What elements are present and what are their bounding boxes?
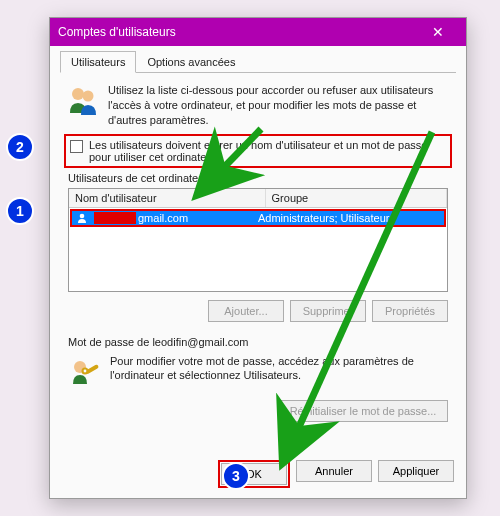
key-icon <box>68 354 102 390</box>
svg-point-1 <box>83 91 94 102</box>
user-name-suffix: gmail.com <box>138 212 188 224</box>
cancel-button[interactable]: Annuler <box>296 460 372 482</box>
dialog-buttons: OK Annuler Appliquer <box>218 460 454 488</box>
svg-point-2 <box>80 213 85 218</box>
user-row-group: Administrateurs; Utilisateurs <box>258 212 395 224</box>
tab-users[interactable]: Utilisateurs <box>60 51 136 73</box>
password-section-title: Mot de passe de leodifin@gmail.com <box>68 336 448 348</box>
close-button[interactable]: ✕ <box>418 21 458 43</box>
client-area: Utilisateurs Options avancées Utilisez l… <box>50 50 466 432</box>
password-section: Mot de passe de leodifin@gmail.com Pour … <box>68 336 448 390</box>
remove-user-button[interactable]: Supprimer <box>290 300 366 322</box>
user-row[interactable]: xxxxxxxx gmail.com Administrateurs; Util… <box>70 209 446 227</box>
user-properties-button[interactable]: Propriétés <box>372 300 448 322</box>
require-password-checkbox[interactable] <box>70 140 83 153</box>
user-row-name: xxxxxxxx gmail.com <box>72 211 258 225</box>
titlebar[interactable]: Comptes d'utilisateurs ✕ <box>50 18 466 46</box>
user-accounts-dialog: Comptes d'utilisateurs ✕ Utilisateurs Op… <box>49 17 467 499</box>
intro-row: Utilisez la liste ci-dessous pour accord… <box>60 73 456 128</box>
user-list[interactable]: Nom d'utilisateur Groupe xxxxxxxx gmail.… <box>68 188 448 292</box>
reset-password-row: Réinitialiser le mot de passe... <box>68 400 448 422</box>
svg-point-6 <box>84 369 87 372</box>
user-name-censored: xxxxxxxx <box>94 212 136 224</box>
apply-button[interactable]: Appliquer <box>378 460 454 482</box>
column-group[interactable]: Groupe <box>266 189 447 207</box>
reset-password-button[interactable]: Réinitialiser le mot de passe... <box>278 400 448 422</box>
window-title: Comptes d'utilisateurs <box>58 25 418 39</box>
annotation-badge-1: 1 <box>6 197 34 225</box>
user-list-heading: Utilisateurs de cet ordinateur : <box>68 172 448 184</box>
tab-strip: Utilisateurs Options avancées <box>60 50 456 73</box>
annotation-badge-3: 3 <box>222 462 250 490</box>
annotation-badge-2: 2 <box>6 133 34 161</box>
user-list-header: Nom d'utilisateur Groupe <box>69 189 447 208</box>
user-head-icon <box>75 211 89 225</box>
intro-text: Utilisez la liste ci-dessous pour accord… <box>108 83 450 128</box>
users-icon <box>66 83 100 117</box>
require-password-row[interactable]: Les utilisateurs doivent entrer un nom d… <box>64 134 452 168</box>
column-username[interactable]: Nom d'utilisateur <box>69 189 266 207</box>
user-list-buttons: Ajouter... Supprimer Propriétés <box>68 300 448 322</box>
password-section-body: Pour modifier votre mot de passe, accéde… <box>110 354 448 384</box>
svg-point-0 <box>72 88 84 100</box>
close-icon: ✕ <box>432 24 444 40</box>
require-password-label: Les utilisateurs doivent entrer un nom d… <box>89 139 446 163</box>
tab-advanced[interactable]: Options avancées <box>136 51 246 73</box>
add-user-button[interactable]: Ajouter... <box>208 300 284 322</box>
